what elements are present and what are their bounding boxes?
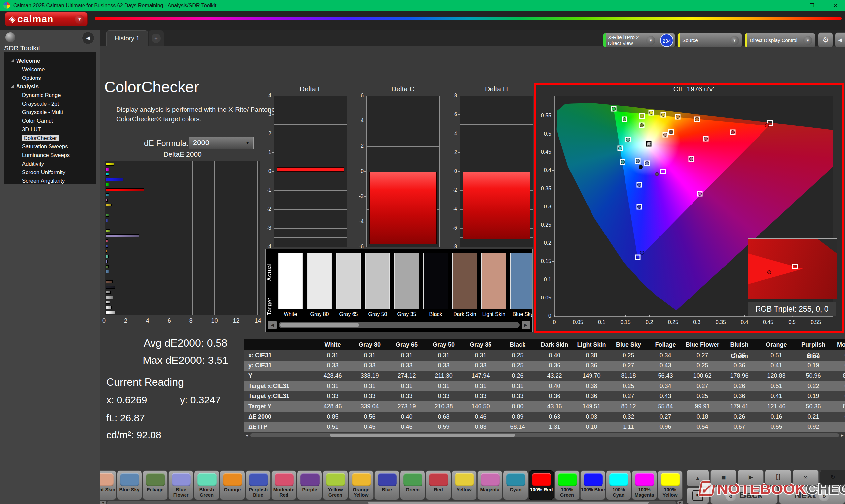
meter-tool-button-1[interactable]: ▶	[738, 470, 764, 485]
gridline	[274, 228, 347, 229]
current-cdm2: cd/m²: 92.08	[106, 430, 161, 441]
sidebar-item-welcome[interactable]: Welcome	[6, 65, 94, 74]
patch-button-orange-yellow[interactable]: Orange Yellow	[349, 470, 374, 500]
table-cell: 0.26	[499, 371, 536, 381]
patch-scrollbar-thumb[interactable]	[368, 502, 649, 504]
patch-button-purplish-blue[interactable]: Purplish Blue	[246, 470, 271, 500]
cie-measured-dot	[640, 123, 644, 127]
patch-button-100-green[interactable]: 100% Green	[554, 470, 580, 500]
table-cell: 0.36	[721, 361, 758, 371]
patch-button-purple[interactable]: Purple	[297, 470, 322, 500]
meter-badge[interactable]: 234	[660, 34, 673, 47]
sidebar-item-saturation-sweeps[interactable]: Saturation Sweeps	[6, 142, 94, 151]
meter-tool-button-2[interactable]: ⁅⁆	[765, 470, 791, 485]
patch-button-blue-flower[interactable]: Blue Flower	[168, 470, 193, 500]
sidebar-item-grayscale-2pt[interactable]: Grayscale - 2pt	[6, 99, 94, 108]
patch-button-100-blue[interactable]: 100% Blue	[580, 470, 605, 500]
next-button[interactable]: Next »	[779, 486, 845, 504]
sidebar-item-options[interactable]: Options	[6, 74, 94, 82]
patch-button-foliage[interactable]: Foliage	[143, 470, 168, 500]
target-row-label: Target	[267, 288, 274, 325]
sidebar-item-screen-uniformity[interactable]: Screen Uniformity	[6, 168, 94, 177]
expander-icon[interactable]	[11, 59, 14, 62]
sidebar-item-analysis[interactable]: Analysis	[6, 82, 94, 91]
patch-button-100-red[interactable]: 100% Red	[529, 470, 554, 500]
patch-color-chip	[146, 473, 165, 486]
patch-scroll-left-icon[interactable]: ◀	[100, 501, 106, 504]
sidebar-item-screen-angularity[interactable]: Screen Angularity	[6, 177, 94, 184]
table-cell: 0.31	[388, 381, 425, 391]
row-label: Target Y	[244, 401, 314, 412]
patch-button-red[interactable]: Red	[426, 470, 451, 500]
meter-tool-button-4[interactable]: ↻	[820, 470, 845, 485]
deltae-bar-gray-50	[106, 296, 113, 299]
sidebar-item-dynamic-range[interactable]: Dynamic Range	[6, 91, 94, 99]
meter-tool-button-0[interactable]: ◼	[710, 470, 736, 485]
minimize-button[interactable]: –	[780, 0, 796, 11]
sidebar-item-luminance-sweeps[interactable]: Luminance Sweeps	[6, 151, 94, 159]
patch-button-moderate-red[interactable]: Moderate Red	[271, 470, 296, 500]
patch-button-100-yellow[interactable]: 100% Yellow	[657, 470, 683, 500]
patch-scroll-right-icon[interactable]: ▶	[677, 501, 683, 504]
table-scrollbar-thumb[interactable]	[330, 434, 515, 437]
sidebar-item-additivity[interactable]: Additivity	[6, 159, 94, 168]
patch-button-orange[interactable]: Orange	[220, 470, 245, 500]
sidebar-item-3d-lut[interactable]: 3D LUT	[6, 125, 94, 133]
patch-button-light-skin[interactable]: Light Skin	[100, 470, 116, 500]
scroll-right-icon[interactable]: ▶	[522, 321, 530, 329]
patch-color-chip	[506, 473, 526, 486]
table-cell: 80.02	[832, 401, 845, 412]
tick-mark	[458, 152, 460, 153]
table-cell: 0.26	[721, 350, 758, 361]
patch-button-yellow[interactable]: Yellow	[452, 470, 477, 500]
sidebar-item-label: Welcome	[22, 66, 45, 73]
de-formula-dropdown[interactable]: 2000 ▼	[189, 137, 253, 149]
logo-dropdown-icon[interactable]: ▼	[75, 15, 84, 24]
table-cell: 0.33	[425, 391, 462, 401]
patch-button-bluish-green[interactable]: Bluish Green	[194, 470, 219, 500]
table-cell: 0.31	[832, 361, 845, 371]
deltae-bar-gray-80	[106, 306, 111, 309]
patch-button-green[interactable]: Green	[400, 470, 425, 500]
table-scroll-left-icon[interactable]: ◀	[244, 433, 249, 438]
table-cell: 146.50	[462, 401, 499, 412]
patch-button-cyan[interactable]: Cyan	[503, 470, 528, 500]
patch-button-label: Bluish Green	[194, 487, 219, 498]
sidebar-item-grayscale-multi[interactable]: Grayscale - Multi	[6, 108, 94, 116]
settings-button[interactable]: ⚙	[818, 32, 833, 48]
calman-logo-button[interactable]: ◈ calman ▼	[5, 12, 88, 26]
patch-button-yellow-green[interactable]: Yellow Green	[323, 470, 348, 500]
add-tab-button[interactable]: +	[148, 30, 164, 46]
sidebar-item-color-gamut[interactable]: Color Gamut	[6, 116, 94, 125]
table-cell: 0.51	[314, 422, 351, 432]
patch-button-100-magenta[interactable]: 100% Magenta	[632, 470, 657, 500]
patch-button-100-cyan[interactable]: 100% Cyan	[606, 470, 631, 500]
patch-color-chip	[275, 473, 294, 486]
table-scroll-right-icon[interactable]: ▶	[840, 433, 845, 438]
stop-measure-button[interactable]: ■	[687, 487, 709, 504]
swatch-scrollbar-thumb[interactable]	[280, 323, 359, 327]
collapse-panel-button[interactable]: ◀	[835, 32, 845, 48]
tick-mark	[552, 298, 554, 298]
sidebar-collapse-icon[interactable]: ◀	[82, 32, 94, 44]
tick-mark	[458, 228, 460, 228]
patch-color-chip	[584, 473, 603, 486]
table-cell: 0.36	[721, 391, 758, 401]
tab-history-1[interactable]: History 1	[106, 30, 148, 46]
maximize-button[interactable]: ❐	[804, 0, 820, 11]
close-button[interactable]: ✕	[828, 0, 844, 11]
source-dropdown[interactable]: Source ▼	[677, 33, 742, 48]
patch-button-blue-sky[interactable]: Blue Sky	[117, 470, 142, 500]
sidebar-item-colorchecker[interactable]: ColorChecker	[6, 133, 94, 142]
scroll-up-button[interactable]: ▲	[687, 470, 709, 486]
sidebar-item-welcome[interactable]: Welcome	[6, 56, 94, 65]
patch-button-magenta[interactable]: Magenta	[477, 470, 503, 500]
sidebar-sphere-icon[interactable]	[5, 32, 15, 42]
patch-button-blue[interactable]: Blue	[374, 470, 399, 500]
back-button[interactable]: « Back	[710, 486, 778, 504]
meter-tool-button-3[interactable]: ∞	[793, 470, 818, 485]
scroll-left-icon[interactable]: ◀	[268, 321, 277, 329]
expander-icon[interactable]	[11, 85, 14, 88]
patch-color-chip	[197, 473, 216, 486]
display-control-dropdown[interactable]: Direct Display Control ▼	[745, 33, 815, 48]
